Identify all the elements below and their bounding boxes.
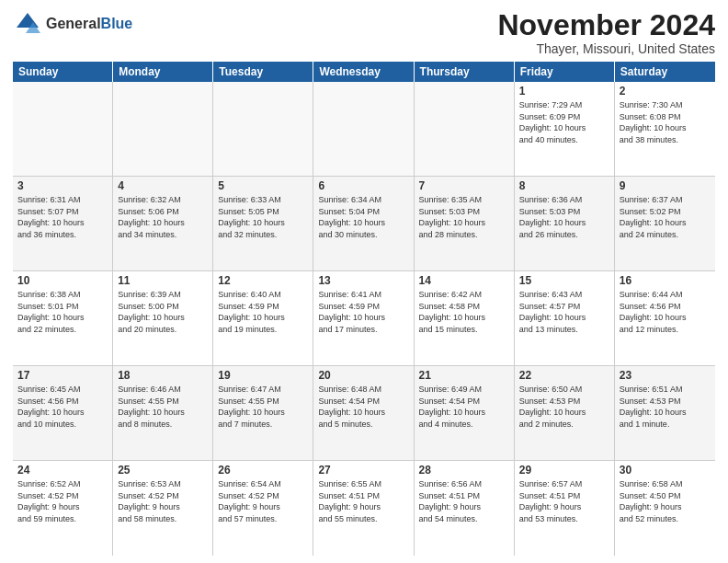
day-info: Sunrise: 6:37 AM Sunset: 5:02 PM Dayligh… [620,194,711,240]
day-info: Sunrise: 6:51 AM Sunset: 4:53 PM Dayligh… [620,384,711,430]
day-cell: 19Sunrise: 6:47 AM Sunset: 4:55 PM Dayli… [213,366,313,460]
day-number: 14 [419,274,509,287]
day-number: 5 [218,179,308,192]
day-cell: 22Sunrise: 6:50 AM Sunset: 4:53 PM Dayli… [515,366,615,460]
day-info: Sunrise: 6:46 AM Sunset: 4:55 PM Dayligh… [118,384,208,430]
weekday-header: Thursday [415,62,515,82]
day-number: 28 [419,464,509,477]
empty-cell [213,82,313,176]
day-cell: 29Sunrise: 6:57 AM Sunset: 4:51 PM Dayli… [515,461,615,556]
day-cell: 5Sunrise: 6:33 AM Sunset: 5:05 PM Daylig… [213,177,313,270]
day-cell: 1Sunrise: 7:29 AM Sunset: 6:09 PM Daylig… [515,82,615,176]
logo: GeneralBlue [13,9,132,39]
day-cell: 30Sunrise: 6:58 AM Sunset: 4:50 PM Dayli… [615,461,715,556]
day-number: 15 [519,274,609,287]
day-number: 8 [519,179,609,192]
day-cell: 24Sunrise: 6:52 AM Sunset: 4:52 PM Dayli… [13,461,113,556]
calendar-body: 1Sunrise: 7:29 AM Sunset: 6:09 PM Daylig… [13,82,715,556]
day-info: Sunrise: 6:43 AM Sunset: 4:57 PM Dayligh… [519,289,609,335]
day-info: Sunrise: 6:34 AM Sunset: 5:04 PM Dayligh… [318,194,408,240]
day-info: Sunrise: 6:32 AM Sunset: 5:06 PM Dayligh… [118,194,208,240]
day-cell: 9Sunrise: 6:37 AM Sunset: 5:02 PM Daylig… [615,177,715,270]
day-info: Sunrise: 6:42 AM Sunset: 4:58 PM Dayligh… [419,289,509,335]
day-number: 9 [620,179,711,192]
day-cell: 11Sunrise: 6:39 AM Sunset: 5:00 PM Dayli… [113,271,213,365]
logo-blue-text: Blue [101,16,133,31]
logo-icon [13,9,42,39]
calendar: SundayMondayTuesdayWednesdayThursdayFrid… [13,62,715,556]
day-cell: 23Sunrise: 6:51 AM Sunset: 4:53 PM Dayli… [615,366,715,460]
month-title: November 2024 [497,9,715,41]
day-number: 3 [17,179,108,192]
day-info: Sunrise: 6:45 AM Sunset: 4:56 PM Dayligh… [17,384,108,430]
day-info: Sunrise: 6:36 AM Sunset: 5:03 PM Dayligh… [519,194,609,240]
calendar-header: SundayMondayTuesdayWednesdayThursdayFrid… [13,62,715,82]
day-number: 26 [218,464,308,477]
day-info: Sunrise: 6:48 AM Sunset: 4:54 PM Dayligh… [318,384,408,430]
day-info: Sunrise: 6:38 AM Sunset: 5:01 PM Dayligh… [17,289,108,335]
day-cell: 21Sunrise: 6:49 AM Sunset: 4:54 PM Dayli… [415,366,515,460]
day-info: Sunrise: 6:31 AM Sunset: 5:07 PM Dayligh… [17,194,108,240]
day-number: 19 [218,369,308,382]
weekday-header: Monday [113,62,213,82]
empty-cell [113,82,213,176]
day-cell: 2Sunrise: 7:30 AM Sunset: 6:08 PM Daylig… [615,82,715,176]
day-cell: 26Sunrise: 6:54 AM Sunset: 4:52 PM Dayli… [213,461,313,556]
day-cell: 17Sunrise: 6:45 AM Sunset: 4:56 PM Dayli… [13,366,113,460]
day-info: Sunrise: 6:52 AM Sunset: 4:52 PM Dayligh… [17,478,108,524]
day-cell: 15Sunrise: 6:43 AM Sunset: 4:57 PM Dayli… [515,271,615,365]
svg-marker-0 [17,13,39,28]
day-info: Sunrise: 6:49 AM Sunset: 4:54 PM Dayligh… [419,384,509,430]
day-number: 11 [118,274,208,287]
day-info: Sunrise: 7:30 AM Sunset: 6:08 PM Dayligh… [620,99,711,145]
day-number: 23 [620,369,711,382]
day-number: 6 [318,179,408,192]
day-cell: 6Sunrise: 6:34 AM Sunset: 5:04 PM Daylig… [313,177,414,270]
day-cell: 4Sunrise: 6:32 AM Sunset: 5:06 PM Daylig… [113,177,213,270]
day-number: 2 [620,85,711,98]
calendar-week: 1Sunrise: 7:29 AM Sunset: 6:09 PM Daylig… [13,82,715,177]
day-number: 30 [620,464,711,477]
day-number: 13 [318,274,408,287]
day-number: 25 [118,464,208,477]
weekday-header: Sunday [13,62,113,82]
day-cell: 16Sunrise: 6:44 AM Sunset: 4:56 PM Dayli… [615,271,715,365]
title-section: November 2024 Thayer, Missouri, United S… [497,9,715,56]
weekday-header: Tuesday [213,62,313,82]
day-number: 16 [620,274,711,287]
day-number: 4 [118,179,208,192]
logo-general-text: General [46,16,101,31]
day-number: 10 [17,274,108,287]
weekday-header: Wednesday [313,62,414,82]
empty-cell [415,82,515,176]
day-info: Sunrise: 6:50 AM Sunset: 4:53 PM Dayligh… [519,384,609,430]
day-cell: 18Sunrise: 6:46 AM Sunset: 4:55 PM Dayli… [113,366,213,460]
weekday-header: Saturday [615,62,715,82]
day-number: 18 [118,369,208,382]
day-number: 27 [318,464,408,477]
calendar-week: 17Sunrise: 6:45 AM Sunset: 4:56 PM Dayli… [13,366,715,461]
day-cell: 12Sunrise: 6:40 AM Sunset: 4:59 PM Dayli… [213,271,313,365]
day-info: Sunrise: 6:57 AM Sunset: 4:51 PM Dayligh… [519,478,609,524]
day-cell: 13Sunrise: 6:41 AM Sunset: 4:59 PM Dayli… [313,271,414,365]
empty-cell [13,82,113,176]
day-info: Sunrise: 7:29 AM Sunset: 6:09 PM Dayligh… [519,99,609,145]
day-number: 29 [519,464,609,477]
day-number: 21 [419,369,509,382]
day-info: Sunrise: 6:33 AM Sunset: 5:05 PM Dayligh… [218,194,308,240]
location: Thayer, Missouri, United States [497,41,715,56]
day-cell: 3Sunrise: 6:31 AM Sunset: 5:07 PM Daylig… [13,177,113,270]
empty-cell [313,82,414,176]
day-info: Sunrise: 6:47 AM Sunset: 4:55 PM Dayligh… [218,384,308,430]
day-number: 20 [318,369,408,382]
day-number: 22 [519,369,609,382]
day-cell: 14Sunrise: 6:42 AM Sunset: 4:58 PM Dayli… [415,271,515,365]
calendar-week: 24Sunrise: 6:52 AM Sunset: 4:52 PM Dayli… [13,461,715,556]
day-info: Sunrise: 6:44 AM Sunset: 4:56 PM Dayligh… [620,289,711,335]
day-cell: 7Sunrise: 6:35 AM Sunset: 5:03 PM Daylig… [415,177,515,270]
day-cell: 10Sunrise: 6:38 AM Sunset: 5:01 PM Dayli… [13,271,113,365]
day-info: Sunrise: 6:54 AM Sunset: 4:52 PM Dayligh… [218,478,308,524]
calendar-week: 3Sunrise: 6:31 AM Sunset: 5:07 PM Daylig… [13,177,715,271]
day-info: Sunrise: 6:53 AM Sunset: 4:52 PM Dayligh… [118,478,208,524]
day-info: Sunrise: 6:35 AM Sunset: 5:03 PM Dayligh… [419,194,509,240]
